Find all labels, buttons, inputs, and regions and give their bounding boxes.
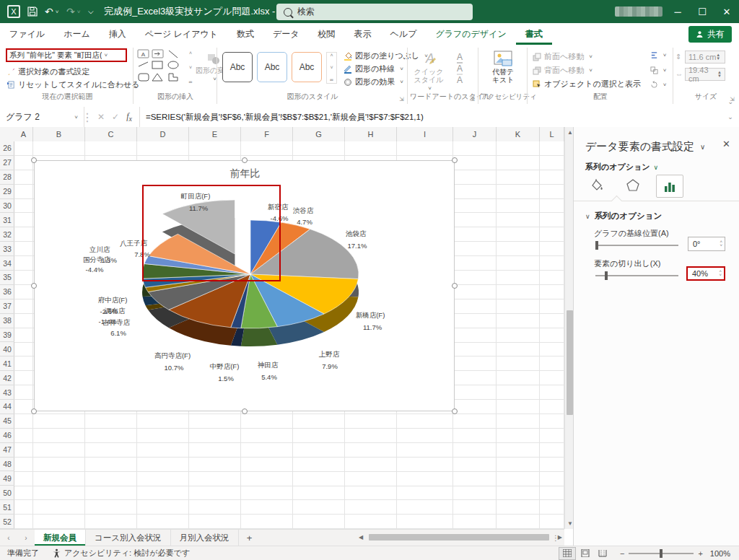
ribbon-tab-6[interactable]: 校閲 — [309, 23, 345, 45]
column-header-E[interactable]: E — [189, 127, 241, 141]
dialog-launcher-icon[interactable]: ⇲ — [399, 96, 404, 102]
rotate-button[interactable]: ˅ — [650, 81, 667, 89]
chart-resize-handle[interactable] — [31, 157, 37, 163]
bring-forward-button[interactable]: 前面へ移動˅ — [533, 51, 592, 62]
fill-line-tab[interactable] — [584, 175, 610, 196]
data-label-value-1[interactable]: 4.7% — [297, 218, 312, 226]
vertical-scroll-thumb[interactable] — [567, 310, 573, 415]
chart-element-selector[interactable]: 系列 "前年比" 要素 "町田店(˅ — [6, 48, 127, 62]
sheet-nav-right-icon[interactable]: › — [17, 530, 35, 546]
zoom-out-icon[interactable]: − — [620, 549, 624, 558]
horizontal-scrollbar[interactable]: ◀ ▶ — [359, 532, 562, 543]
shape-style-scroll[interactable]: ˄˅≂ — [326, 52, 337, 84]
row-header-45[interactable]: 45 — [0, 414, 14, 429]
data-label-name-1[interactable]: 渋谷店 — [293, 206, 314, 216]
zoom-in-icon[interactable]: + — [698, 549, 702, 558]
ribbon-tab-4[interactable]: 数式 — [227, 23, 263, 45]
zoom-level[interactable]: 100% — [710, 549, 730, 558]
undo-icon[interactable]: ↶˅ — [45, 4, 58, 19]
sheet-tab-0[interactable]: 新規会員 — [35, 530, 86, 546]
name-box[interactable]: グラフ 2˅ — [0, 107, 84, 127]
row-header-50[interactable]: 50 — [0, 486, 14, 500]
ribbon-tab-9[interactable]: グラフのデザイン — [426, 23, 515, 45]
sheet-tab-2[interactable]: 月別入会状況 — [171, 530, 239, 546]
angle-input[interactable]: 0°˄˅ — [688, 237, 725, 251]
column-header-J[interactable]: J — [453, 127, 497, 141]
column-header-C[interactable]: C — [85, 127, 137, 141]
data-label-value-3[interactable]: 11.7% — [363, 323, 382, 331]
sheet-tab-1[interactable]: コース別入会状況 — [86, 530, 171, 546]
reset-to-match-style-button[interactable]: リセットしてスタイルに合わせる — [7, 79, 140, 90]
row-header-44[interactable]: 44 — [0, 400, 14, 414]
sheet-nav-left-icon[interactable]: ‹ — [0, 530, 17, 546]
row-header-31[interactable]: 31 — [0, 213, 14, 227]
column-header-F[interactable]: F — [241, 127, 293, 141]
group-objects-button[interactable]: ˅ — [650, 66, 667, 74]
explosion-input[interactable]: 40%˄˅ — [686, 266, 725, 281]
chart-resize-handle[interactable] — [31, 408, 37, 414]
data-label-value-10[interactable]: -2.6% — [100, 307, 118, 315]
effects-tab[interactable] — [620, 175, 646, 196]
insert-function-icon[interactable]: fx — [126, 111, 132, 123]
row-header-52[interactable]: 52 — [0, 515, 14, 529]
data-label-value-8[interactable]: 6.1% — [110, 329, 126, 337]
row-header-47[interactable]: 47 — [0, 443, 14, 458]
quick-styles-button[interactable]: A クイック スタイル˅ — [411, 51, 446, 92]
row-header-49[interactable]: 49 — [0, 471, 14, 486]
series-options-section[interactable]: ∨ 系列のオプション — [585, 211, 662, 222]
alt-text-button[interactable]: 代替テ キスト — [486, 51, 520, 84]
row-header-34[interactable]: 34 — [0, 256, 14, 271]
scroll-up-icon[interactable]: ▲ — [567, 129, 573, 136]
scroll-right-icon[interactable]: ▶ — [558, 534, 562, 541]
zoom-slider[interactable] — [629, 553, 694, 554]
column-header-K[interactable]: K — [497, 127, 540, 141]
pane-close-icon[interactable]: ✕ — [722, 139, 730, 149]
shape-gallery-scroll[interactable]: ˄˅≂ — [186, 51, 195, 85]
zoom-slider-thumb[interactable] — [660, 549, 663, 558]
row-header-32[interactable]: 32 — [0, 227, 14, 242]
ribbon-tab-1[interactable]: ホーム — [54, 23, 100, 45]
column-headers[interactable]: ABCDEFGHIJKL — [0, 127, 564, 142]
row-header-35[interactable]: 35 — [0, 271, 14, 285]
maximize-button[interactable]: ☐ — [690, 0, 714, 23]
row-header-30[interactable]: 30 — [0, 199, 14, 214]
shape-style-3[interactable]: Abc — [292, 52, 322, 82]
chart-resize-handle[interactable] — [242, 408, 248, 414]
ribbon-tab-8[interactable]: ヘルプ — [381, 23, 427, 45]
row-header-36[interactable]: 36 — [0, 285, 14, 299]
chart-resize-handle[interactable] — [452, 283, 458, 289]
chart-resize-handle[interactable] — [242, 157, 248, 163]
shape-outline-button[interactable]: 図形の枠線˅ — [344, 64, 403, 74]
pane-scope-dropdown[interactable]: 系列のオプション ∨ — [585, 162, 658, 172]
ribbon-tab-10[interactable]: 書式 — [516, 23, 552, 45]
ribbon-tab-2[interactable]: 挿入 — [100, 23, 136, 45]
row-header-40[interactable]: 40 — [0, 342, 14, 356]
pane-options-chevron-icon[interactable]: ∨ — [700, 143, 705, 151]
dialog-launcher-icon[interactable]: ⇲ — [470, 96, 475, 102]
scroll-left-icon[interactable]: ◀ — [359, 534, 363, 541]
column-header-D[interactable]: D — [137, 127, 189, 141]
row-header-51[interactable]: 51 — [0, 500, 14, 515]
shape-height-field[interactable]: 11.6 cm▲▼ — [685, 51, 725, 64]
excel-app-icon[interactable]: X — [7, 4, 20, 19]
expand-formula-bar-icon[interactable]: ⌄ — [722, 107, 739, 127]
data-label-value-12[interactable]: 1.3% — [101, 256, 117, 264]
shape-style-1[interactable]: Abc — [222, 52, 253, 82]
data-label-name-10[interactable]: 府中店(F) — [98, 296, 128, 305]
normal-view-button[interactable] — [559, 547, 576, 560]
qat-customize-icon[interactable]: ⌵ — [88, 4, 94, 19]
add-sheet-button[interactable]: + — [239, 530, 261, 546]
enter-icon[interactable]: ✓ — [112, 112, 119, 122]
ribbon-tab-3[interactable]: ページ レイアウト — [136, 23, 227, 45]
row-header-29[interactable]: 29 — [0, 185, 14, 199]
row-header-39[interactable]: 39 — [0, 328, 14, 343]
chart-resize-handle[interactable] — [31, 283, 37, 289]
format-selection-button[interactable]: 選択対象の書式設定 — [7, 66, 89, 77]
column-header-H[interactable]: H — [345, 127, 397, 141]
data-label-value-11[interactable]: -4.4% — [86, 266, 104, 274]
row-header-37[interactable]: 37 — [0, 299, 14, 314]
series-options-tab[interactable] — [656, 175, 683, 198]
data-label-value-7[interactable]: 10.7% — [165, 364, 184, 372]
save-icon[interactable] — [27, 4, 38, 19]
cancel-icon[interactable]: ✕ — [97, 112, 105, 122]
